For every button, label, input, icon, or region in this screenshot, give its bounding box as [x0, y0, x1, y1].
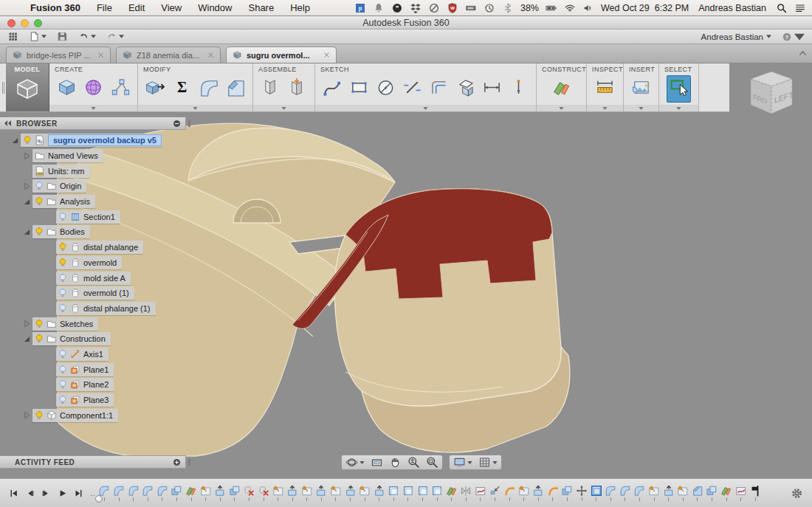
timeline-feature-extrude[interactable]	[372, 485, 387, 501]
apple-menu-icon[interactable]	[6, 0, 22, 16]
timeline-feature-copy[interactable]	[387, 485, 402, 501]
tool-spline[interactable]	[323, 77, 343, 100]
timeline-go-to-start-button[interactable]	[6, 486, 21, 500]
ribbon-grip[interactable]	[0, 63, 6, 111]
tree-node-sketches[interactable]: Sketches	[0, 316, 221, 331]
status-dropbox-icon[interactable]	[410, 2, 422, 14]
ribbon-group-dropdown[interactable]	[659, 105, 698, 111]
timeline-feature-mirror[interactable]	[459, 485, 474, 501]
tree-node-chip[interactable]: Construction	[32, 332, 111, 345]
timeline-feature-delete[interactable]	[256, 485, 271, 501]
timeline-feature-fillet[interactable]	[618, 485, 633, 501]
tree-node-chip[interactable]: Bodies	[32, 225, 90, 238]
timeline-feature-end[interactable]	[748, 485, 763, 501]
tool-sigma[interactable]: Σ	[172, 77, 192, 100]
chevron-down-icon[interactable]	[359, 461, 365, 464]
chevron-down-icon[interactable]	[41, 35, 47, 38]
disclosure-closed-icon[interactable]	[21, 412, 32, 418]
ribbon-group-dropdown[interactable]	[253, 105, 314, 111]
tool-fillet[interactable]	[199, 77, 219, 100]
ribbon-group-dropdown[interactable]	[49, 105, 137, 111]
tool-newcomp[interactable]	[261, 77, 281, 100]
visibility-bulb-off-icon[interactable]	[58, 273, 67, 283]
timeline-step-forward-button[interactable]	[38, 486, 53, 500]
status-keyboard-battery-icon[interactable]	[465, 2, 477, 14]
timeline-feature-fillet[interactable]	[140, 485, 155, 501]
tool-select-tool[interactable]	[667, 75, 691, 103]
timeline-feature-delete[interactable]	[242, 485, 257, 501]
tree-node-chip[interactable]: distal phalange	[56, 241, 143, 254]
tree-node-chip[interactable]: overmold (1)	[56, 286, 134, 300]
tree-node-section1[interactable]: Section1	[0, 209, 221, 224]
document-tab-3[interactable]: sugru overmol...	[226, 46, 337, 63]
chevron-down-icon[interactable]	[119, 35, 124, 38]
tool-insertimg[interactable]	[631, 77, 651, 100]
visibility-bulb-on-icon[interactable]	[35, 334, 44, 344]
tree-node-origin[interactable]: Origin	[0, 179, 221, 194]
tree-node-chip[interactable]: Plane1	[56, 363, 114, 376]
activity-feed-header[interactable]: ACTIVITY FEED	[0, 455, 186, 469]
visibility-bulb-off-icon[interactable]	[58, 395, 67, 405]
tree-node-named-views[interactable]: Named Views	[0, 148, 221, 164]
menu-view[interactable]: View	[153, 0, 190, 16]
tool-chamfer[interactable]	[225, 77, 245, 100]
status-slash-circle-icon[interactable]	[428, 2, 440, 14]
tree-node-chip[interactable]: Axis1	[56, 348, 109, 361]
panel-minus-icon[interactable]	[173, 120, 181, 128]
timeline-feature-extrude[interactable]	[213, 485, 227, 501]
timeline-feature-copy[interactable]	[430, 485, 444, 501]
status-chat-icon[interactable]: ❞	[391, 2, 403, 14]
fit-button[interactable]	[426, 456, 438, 469]
disclosure-closed-icon[interactable]	[21, 320, 32, 327]
tree-node-chip[interactable]: Plane2	[56, 378, 114, 391]
timeline-feature-extrude[interactable]	[285, 485, 300, 501]
status-wifi-icon[interactable]	[564, 2, 576, 14]
tool-trim[interactable]	[402, 77, 422, 100]
browser-header[interactable]: BROWSER	[0, 117, 186, 130]
tree-node-overmold[interactable]: overmold	[0, 255, 221, 271]
tool-sphere[interactable]	[83, 77, 103, 100]
visibility-bulb-off-icon[interactable]	[58, 288, 67, 298]
status-bluetooth-icon[interactable]	[502, 2, 514, 14]
disclosure-open-icon[interactable]	[21, 229, 32, 235]
ribbon-group-dropdown[interactable]	[537, 105, 586, 111]
tool-dimh[interactable]	[482, 77, 502, 100]
timeline-feature-plane[interactable]	[184, 485, 199, 501]
tree-node-chip[interactable]: Origin	[32, 179, 86, 193]
grid-layout-button[interactable]	[478, 456, 498, 469]
timeline-position-marker[interactable]	[95, 495, 103, 503]
timeline-feature-fillet[interactable]	[111, 485, 126, 501]
timeline-feature-sketch[interactable]	[300, 485, 314, 501]
timeline-feature-extrude[interactable]	[531, 485, 546, 501]
timeline-feature-copy[interactable]	[401, 485, 416, 501]
timeline-feature-move[interactable]	[574, 485, 589, 501]
timeline-step-back-button[interactable]	[22, 486, 37, 500]
timeline-feature-copy-sel[interactable]	[589, 485, 604, 501]
apps-launcher-button[interactable]	[7, 31, 18, 42]
ribbon-group-dropdown[interactable]	[315, 105, 536, 111]
help-menu[interactable]: ?	[782, 32, 805, 42]
visibility-bulb-on-icon[interactable]	[35, 319, 44, 329]
timeline-feature-thicken[interactable]	[502, 485, 517, 501]
panel-resize-handle[interactable]	[188, 459, 190, 466]
tree-node-component1-1[interactable]: Component1:1	[0, 407, 221, 423]
tree-node-distal-phalange[interactable]: distal phalange	[0, 240, 221, 255]
visibility-bulb-on-icon[interactable]	[23, 135, 32, 145]
tree-node-chip[interactable]: Units: mm	[32, 165, 90, 178]
new-design-button[interactable]	[29, 31, 47, 42]
chevron-down-icon[interactable]	[492, 461, 498, 464]
document-tab-2[interactable]: Z18 anemia dia...	[116, 46, 221, 63]
tool-plane-c[interactable]	[551, 77, 571, 100]
tree-node-mold-side-a[interactable]: mold side A	[0, 270, 221, 286]
ribbon-group-dropdown[interactable]	[138, 105, 252, 111]
disclosure-open-icon[interactable]	[21, 199, 32, 205]
timeline-feature-chamfer[interactable]	[690, 485, 705, 501]
status-spotlight-icon[interactable]	[776, 2, 788, 14]
orbit-button[interactable]	[345, 456, 365, 469]
timeline-feature-form[interactable]	[473, 485, 488, 501]
tool-project[interactable]	[455, 77, 475, 100]
tree-node-chip[interactable]: Section1	[56, 210, 120, 224]
close-tab-icon[interactable]	[323, 52, 330, 58]
status-ji-badge-icon[interactable]: ji	[354, 2, 366, 14]
chevron-down-icon[interactable]	[91, 35, 96, 38]
